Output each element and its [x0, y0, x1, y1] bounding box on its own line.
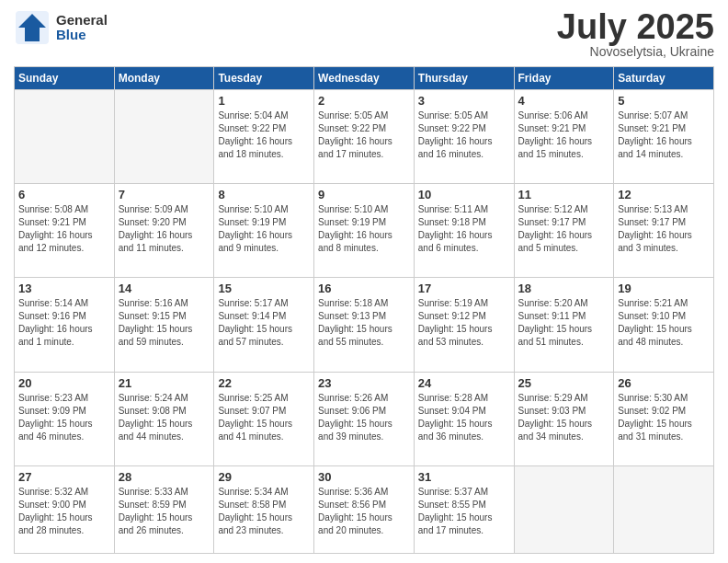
- day-number: 31: [418, 470, 510, 484]
- day-number: 19: [618, 282, 710, 295]
- day-info: Sunrise: 5:30 AMSunset: 9:02 PMDaylight:…: [618, 392, 710, 443]
- day-info: Sunrise: 5:14 AMSunset: 9:16 PMDaylight:…: [18, 297, 110, 349]
- table-row: 9Sunrise: 5:10 AMSunset: 9:19 PMDaylight…: [314, 184, 415, 278]
- day-info: Sunrise: 5:18 AMSunset: 9:13 PMDaylight:…: [318, 297, 410, 349]
- logo-text: General Blue: [56, 13, 108, 43]
- day-number: 16: [318, 282, 410, 295]
- table-row: 12Sunrise: 5:13 AMSunset: 9:17 PMDayligh…: [614, 184, 714, 278]
- day-number: 2: [318, 94, 410, 108]
- table-row: 25Sunrise: 5:29 AMSunset: 9:03 PMDayligh…: [514, 372, 614, 465]
- day-info: Sunrise: 5:06 AMSunset: 9:21 PMDaylight:…: [518, 109, 610, 161]
- day-info: Sunrise: 5:16 AMSunset: 9:15 PMDaylight:…: [119, 297, 210, 349]
- table-row: 30Sunrise: 5:36 AMSunset: 8:56 PMDayligh…: [314, 465, 415, 553]
- day-number: 25: [518, 376, 610, 390]
- day-number: 20: [18, 376, 110, 390]
- table-row: [15, 90, 115, 184]
- table-row: 19Sunrise: 5:21 AMSunset: 9:10 PMDayligh…: [614, 278, 714, 372]
- day-number: 9: [318, 188, 410, 201]
- calendar-header-row: Sunday Monday Tuesday Wednesday Thursday…: [15, 67, 714, 90]
- day-number: 30: [318, 470, 410, 484]
- month-title: July 2025: [557, 9, 714, 44]
- day-info: Sunrise: 5:20 AMSunset: 9:11 PMDaylight:…: [518, 297, 610, 349]
- calendar-week-row: 13Sunrise: 5:14 AMSunset: 9:16 PMDayligh…: [15, 278, 714, 372]
- table-row: 18Sunrise: 5:20 AMSunset: 9:11 PMDayligh…: [514, 278, 614, 372]
- day-info: Sunrise: 5:29 AMSunset: 9:03 PMDaylight:…: [518, 392, 610, 443]
- day-info: Sunrise: 5:17 AMSunset: 9:14 PMDaylight:…: [218, 297, 310, 349]
- title-block: July 2025 Novoselytsia, Ukraine: [557, 9, 714, 59]
- calendar-week-row: 27Sunrise: 5:32 AMSunset: 9:00 PMDayligh…: [15, 465, 714, 553]
- day-number: 24: [418, 376, 510, 390]
- table-row: 15Sunrise: 5:17 AMSunset: 9:14 PMDayligh…: [214, 278, 314, 372]
- day-info: Sunrise: 5:05 AMSunset: 9:22 PMDaylight:…: [318, 109, 410, 161]
- day-number: 10: [418, 188, 510, 201]
- table-row: 8Sunrise: 5:10 AMSunset: 9:19 PMDaylight…: [214, 184, 314, 278]
- day-info: Sunrise: 5:12 AMSunset: 9:17 PMDaylight:…: [518, 203, 610, 255]
- day-info: Sunrise: 5:37 AMSunset: 8:55 PMDaylight:…: [418, 486, 510, 537]
- table-row: 28Sunrise: 5:33 AMSunset: 8:59 PMDayligh…: [114, 465, 214, 553]
- col-saturday: Saturday: [614, 67, 714, 90]
- location-subtitle: Novoselytsia, Ukraine: [557, 44, 714, 59]
- table-row: 5Sunrise: 5:07 AMSunset: 9:21 PMDaylight…: [614, 90, 714, 184]
- table-row: 7Sunrise: 5:09 AMSunset: 9:20 PMDaylight…: [114, 184, 214, 278]
- table-row: 16Sunrise: 5:18 AMSunset: 9:13 PMDayligh…: [314, 278, 415, 372]
- table-row: 3Sunrise: 5:05 AMSunset: 9:22 PMDaylight…: [414, 90, 514, 184]
- day-number: 11: [518, 188, 610, 201]
- table-row: 17Sunrise: 5:19 AMSunset: 9:12 PMDayligh…: [414, 278, 514, 372]
- day-info: Sunrise: 5:26 AMSunset: 9:06 PMDaylight:…: [318, 392, 410, 443]
- day-number: 14: [119, 282, 210, 295]
- day-info: Sunrise: 5:19 AMSunset: 9:12 PMDaylight:…: [418, 297, 510, 349]
- table-row: 26Sunrise: 5:30 AMSunset: 9:02 PMDayligh…: [614, 372, 714, 465]
- table-row: 4Sunrise: 5:06 AMSunset: 9:21 PMDaylight…: [514, 90, 614, 184]
- day-info: Sunrise: 5:09 AMSunset: 9:20 PMDaylight:…: [119, 203, 210, 255]
- day-number: 13: [18, 282, 110, 295]
- day-number: 4: [518, 94, 610, 108]
- table-row: 2Sunrise: 5:05 AMSunset: 9:22 PMDaylight…: [314, 90, 415, 184]
- day-number: 21: [119, 376, 210, 390]
- day-info: Sunrise: 5:32 AMSunset: 9:00 PMDaylight:…: [18, 486, 110, 537]
- day-number: 26: [618, 376, 710, 390]
- day-info: Sunrise: 5:34 AMSunset: 8:58 PMDaylight:…: [218, 486, 310, 537]
- page: General Blue July 2025 Novoselytsia, Ukr…: [0, 0, 728, 563]
- table-row: 1Sunrise: 5:04 AMSunset: 9:22 PMDaylight…: [214, 90, 314, 184]
- table-row: 13Sunrise: 5:14 AMSunset: 9:16 PMDayligh…: [15, 278, 115, 372]
- table-row: 27Sunrise: 5:32 AMSunset: 9:00 PMDayligh…: [15, 465, 115, 553]
- day-info: Sunrise: 5:36 AMSunset: 8:56 PMDaylight:…: [318, 486, 410, 537]
- calendar-week-row: 1Sunrise: 5:04 AMSunset: 9:22 PMDaylight…: [15, 90, 714, 184]
- col-monday: Monday: [114, 67, 214, 90]
- logo: General Blue: [14, 9, 108, 46]
- day-info: Sunrise: 5:23 AMSunset: 9:09 PMDaylight:…: [18, 392, 110, 443]
- table-row: 21Sunrise: 5:24 AMSunset: 9:08 PMDayligh…: [114, 372, 214, 465]
- day-number: 28: [119, 470, 210, 484]
- table-row: 20Sunrise: 5:23 AMSunset: 9:09 PMDayligh…: [15, 372, 115, 465]
- day-number: 1: [218, 94, 310, 108]
- day-number: 17: [418, 282, 510, 295]
- day-info: Sunrise: 5:25 AMSunset: 9:07 PMDaylight:…: [218, 392, 310, 443]
- logo-general-text: General: [56, 13, 108, 29]
- table-row: 23Sunrise: 5:26 AMSunset: 9:06 PMDayligh…: [314, 372, 415, 465]
- calendar-week-row: 6Sunrise: 5:08 AMSunset: 9:21 PMDaylight…: [15, 184, 714, 278]
- col-wednesday: Wednesday: [314, 67, 415, 90]
- day-info: Sunrise: 5:28 AMSunset: 9:04 PMDaylight:…: [418, 392, 510, 443]
- day-number: 5: [618, 94, 710, 108]
- logo-blue-text: Blue: [56, 28, 108, 43]
- table-row: 10Sunrise: 5:11 AMSunset: 9:18 PMDayligh…: [414, 184, 514, 278]
- day-number: 8: [218, 188, 310, 201]
- table-row: 22Sunrise: 5:25 AMSunset: 9:07 PMDayligh…: [214, 372, 314, 465]
- day-info: Sunrise: 5:10 AMSunset: 9:19 PMDaylight:…: [318, 203, 410, 255]
- day-number: 18: [518, 282, 610, 295]
- header: General Blue July 2025 Novoselytsia, Ukr…: [14, 9, 714, 59]
- day-number: 3: [418, 94, 510, 108]
- day-info: Sunrise: 5:24 AMSunset: 9:08 PMDaylight:…: [119, 392, 210, 443]
- day-number: 12: [618, 188, 710, 201]
- table-row: 31Sunrise: 5:37 AMSunset: 8:55 PMDayligh…: [414, 465, 514, 553]
- logo-icon: [14, 9, 51, 46]
- table-row: [514, 465, 614, 553]
- table-row: [614, 465, 714, 553]
- day-number: 7: [119, 188, 210, 201]
- day-number: 15: [218, 282, 310, 295]
- calendar-table: Sunday Monday Tuesday Wednesday Thursday…: [14, 66, 714, 554]
- day-number: 29: [218, 470, 310, 484]
- table-row: 14Sunrise: 5:16 AMSunset: 9:15 PMDayligh…: [114, 278, 214, 372]
- day-info: Sunrise: 5:10 AMSunset: 9:19 PMDaylight:…: [218, 203, 310, 255]
- col-tuesday: Tuesday: [214, 67, 314, 90]
